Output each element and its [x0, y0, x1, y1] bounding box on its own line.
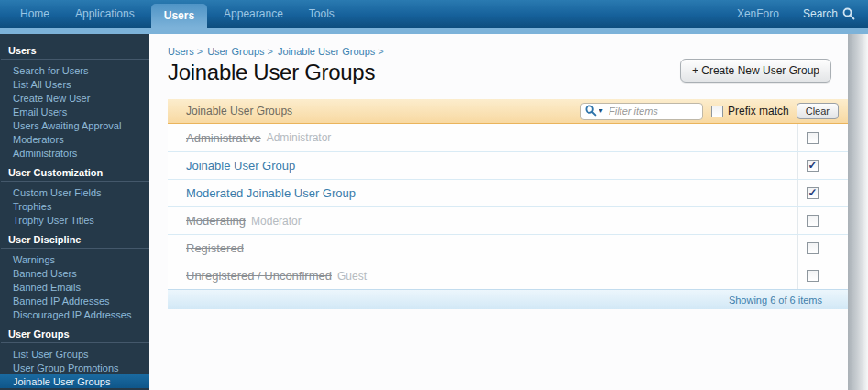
nav-tab-tools[interactable]: Tools [296, 0, 347, 28]
sidebar-item-list-user-groups[interactable]: List User Groups [0, 347, 149, 361]
joinable-checkbox[interactable]: ✓ [807, 160, 819, 172]
search-label: Search [803, 7, 838, 20]
sidebar-section-user-discipline: User Discipline [1, 227, 149, 249]
breadcrumb-link-users[interactable]: Users [168, 46, 194, 57]
sidebar-item-custom-user-fields[interactable]: Custom User Fields [0, 185, 149, 199]
clear-button[interactable]: Clear [797, 103, 839, 119]
user-group-list: AdministrativeAdministratorJoinable User… [168, 124, 848, 289]
row-checkbox-cell [797, 124, 848, 151]
top-nav: HomeApplicationsUsersAppearanceTools Xen… [0, 0, 868, 28]
sidebar-item-email-users[interactable]: Email Users [0, 105, 149, 118]
nav-tab-applications[interactable]: Applications [62, 0, 148, 28]
row-checkbox-cell: ✓ [797, 180, 848, 206]
sidebar-item-administrators[interactable]: Administrators [0, 146, 149, 160]
active-tab-strip [0, 28, 868, 34]
sidebar-item-moderators[interactable]: Moderators [0, 132, 149, 146]
filter-input[interactable] [580, 103, 703, 120]
sidebar: UsersSearch for UsersList All UsersCreat… [0, 34, 149, 390]
breadcrumb: Users>User Groups>Joinable User Groups> [168, 46, 389, 57]
table-row: Moderated Joinable User Group✓ [168, 179, 848, 206]
sidebar-section-user-customization: User Customization [1, 160, 149, 182]
page-edge-shadow [848, 34, 868, 390]
table-row: Unregistered / UnconfirmedGuest [168, 262, 848, 289]
main-content: Users>User Groups>Joinable User Groups> … [149, 34, 848, 390]
user-group-secondary-title: Administrator [267, 131, 332, 144]
sidebar-item-user-group-promotions[interactable]: User Group Promotions [0, 361, 149, 374]
table-row: Joinable User Group✓ [168, 151, 848, 179]
user-group-name: Moderating [186, 214, 246, 228]
breadcrumb-link-user-groups[interactable]: User Groups [207, 46, 264, 57]
user-group-name: Registered [186, 241, 244, 255]
row-checkbox-cell: ✓ [797, 152, 848, 179]
sidebar-item-list-all-users[interactable]: List All Users [0, 77, 149, 91]
table-row: ModeratingModerator [168, 206, 848, 234]
create-new-user-group-button[interactable]: + Create New User Group [680, 59, 831, 83]
joinable-user-groups-panel: Joinable User Groups ▼ Prefix match [168, 99, 848, 309]
row-checkbox-cell [797, 207, 848, 234]
sidebar-item-create-new-user[interactable]: Create New User [0, 91, 149, 105]
sidebar-item-trophy-user-titles[interactable]: Trophy User Titles [0, 213, 149, 227]
breadcrumb-link-joinable-user-groups[interactable]: Joinable User Groups [278, 46, 375, 57]
row-checkbox-cell [797, 262, 848, 289]
joinable-checkbox[interactable] [807, 132, 819, 144]
search-link[interactable]: Search [803, 7, 855, 20]
page-title: Joinable User Groups [168, 60, 375, 85]
brand-link[interactable]: XenForo [737, 7, 779, 20]
sidebar-item-warnings[interactable]: Warnings [0, 252, 149, 266]
breadcrumb-separator: > [197, 46, 203, 57]
items-count: Showing 6 of 6 items [729, 295, 822, 306]
nav-right: XenForo Search [737, 0, 868, 28]
search-icon [842, 7, 855, 20]
sidebar-item-users-awaiting-approval[interactable]: Users Awaiting Approval [0, 118, 149, 132]
breadcrumb-separator: > [268, 46, 273, 57]
sidebar-item-discouraged-ip-addresses[interactable]: Discouraged IP Addresses [0, 307, 149, 321]
sidebar-item-search-for-users[interactable]: Search for Users [0, 63, 149, 77]
table-row: AdministrativeAdministrator [168, 124, 848, 151]
sidebar-item-joinable-user-groups[interactable]: Joinable User Groups [0, 374, 149, 388]
table-row: Registered [168, 234, 848, 262]
prefix-match-option[interactable]: Prefix match [711, 105, 789, 117]
row-checkbox-cell [797, 235, 848, 262]
user-group-name: Unregistered / Unconfirmed [186, 269, 332, 283]
joinable-checkbox[interactable] [807, 242, 819, 254]
user-group-secondary-title: Guest [337, 270, 367, 283]
panel-footer: Showing 6 of 6 items [168, 289, 848, 309]
sidebar-item-banned-users[interactable]: Banned Users [0, 266, 149, 280]
admin-page: HomeApplicationsUsersAppearanceTools Xen… [0, 0, 868, 390]
user-group-name[interactable]: Joinable User Group [186, 159, 295, 173]
joinable-checkbox[interactable] [807, 270, 819, 282]
user-group-secondary-title: Moderator [251, 215, 302, 228]
nav-tab-appearance[interactable]: Appearance [211, 0, 296, 28]
sidebar-item-banned-ip-addresses[interactable]: Banned IP Addresses [0, 294, 149, 307]
sidebar-section-user-groups: User Groups [1, 321, 149, 343]
user-group-name[interactable]: Moderated Joinable User Group [186, 186, 356, 200]
prefix-match-label: Prefix match [728, 105, 789, 117]
panel-header: Joinable User Groups ▼ Prefix match [168, 99, 848, 124]
prefix-match-checkbox[interactable] [711, 106, 723, 117]
user-group-name: Administrative [186, 131, 261, 145]
check-mark-icon: ✓ [808, 187, 817, 198]
nav-tab-home[interactable]: Home [7, 0, 62, 28]
filter-control: ▼ [580, 102, 703, 120]
sidebar-section-users: Users [1, 38, 149, 60]
nav-tabs: HomeApplicationsUsersAppearanceTools [0, 0, 347, 28]
joinable-checkbox[interactable]: ✓ [807, 187, 819, 199]
panel-title: Joinable User Groups [186, 105, 292, 117]
joinable-checkbox[interactable] [807, 215, 819, 227]
breadcrumb-separator: > [378, 46, 383, 57]
nav-tab-users[interactable]: Users [151, 4, 207, 28]
check-mark-icon: ✓ [808, 160, 817, 171]
sidebar-item-trophies[interactable]: Trophies [0, 199, 149, 213]
sidebar-item-banned-emails[interactable]: Banned Emails [0, 280, 149, 294]
